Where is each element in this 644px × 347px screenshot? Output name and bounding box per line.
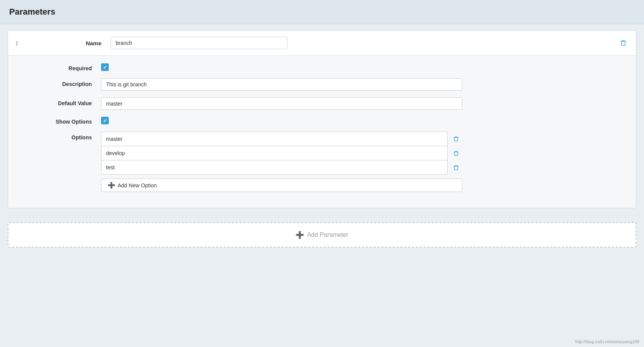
show-options-label: Show Options [15, 117, 92, 125]
required-checkbox[interactable]: ✓ [101, 63, 109, 71]
option-input-1[interactable] [101, 132, 448, 146]
parameter-body: Required ✓ Description Default Value Sho… [8, 56, 636, 208]
trash-icon: path{fill:none;stroke:#3a9fd6;stroke-wid… [620, 40, 627, 46]
add-parameter-label: Add Parameter [307, 231, 349, 238]
option-input-2[interactable] [101, 146, 448, 160]
add-option-label: Add New Option [118, 182, 157, 188]
description-row: Description [15, 78, 629, 91]
delete-option-2-button[interactable] [450, 149, 462, 158]
options-container: ➕ Add New Option [101, 132, 462, 192]
option-input-3[interactable] [101, 160, 448, 175]
name-label: Name [25, 40, 101, 46]
default-value-row: Default Value [15, 97, 629, 110]
required-label: Required [15, 63, 92, 71]
name-input[interactable] [111, 37, 287, 49]
show-options-checkmark-icon: ✓ [103, 118, 107, 123]
trash-icon [453, 150, 459, 157]
trash-icon [453, 165, 459, 171]
page-title: Parameters [9, 7, 635, 17]
delete-option-1-button[interactable] [450, 134, 462, 144]
description-input[interactable] [101, 78, 462, 91]
parameter-header: ↕ Name path{fill:none;stroke:#3a9fd6;str… [8, 31, 636, 56]
parameter-card: ↕ Name path{fill:none;stroke:#3a9fd6;str… [8, 30, 636, 208]
add-parameter-section: ➕ Add Parameter [8, 222, 636, 248]
watermark: http://blog.csdn.net/aixiaoyang168 [575, 339, 639, 344]
main-content: ↕ Name path{fill:none;stroke:#3a9fd6;str… [0, 24, 644, 219]
option-row [101, 160, 462, 175]
add-parameter-button[interactable]: ➕ Add Parameter [295, 231, 349, 239]
page-header: Parameters [0, 0, 644, 24]
add-new-option-button[interactable]: ➕ Add New Option [101, 178, 462, 192]
options-label: Options [15, 132, 92, 140]
delete-option-3-button[interactable] [450, 163, 462, 172]
options-row: Options [15, 132, 629, 192]
show-options-checkbox[interactable]: ✓ [101, 117, 109, 124]
plus-circle-icon: ➕ [295, 231, 304, 239]
option-row [101, 132, 462, 146]
checkmark-icon: ✓ [103, 65, 107, 70]
drag-handle-icon[interactable]: ↕ [15, 39, 18, 47]
delete-parameter-button[interactable]: path{fill:none;stroke:#3a9fd6;stroke-wid… [617, 38, 629, 48]
option-row [101, 146, 462, 160]
trash-icon [453, 136, 459, 142]
default-value-input[interactable] [101, 97, 462, 110]
show-options-row: Show Options ✓ [15, 117, 629, 125]
description-label: Description [15, 78, 92, 87]
required-row: Required ✓ [15, 63, 629, 71]
default-value-label: Default Value [15, 97, 92, 106]
plus-circle-icon: ➕ [108, 182, 115, 189]
